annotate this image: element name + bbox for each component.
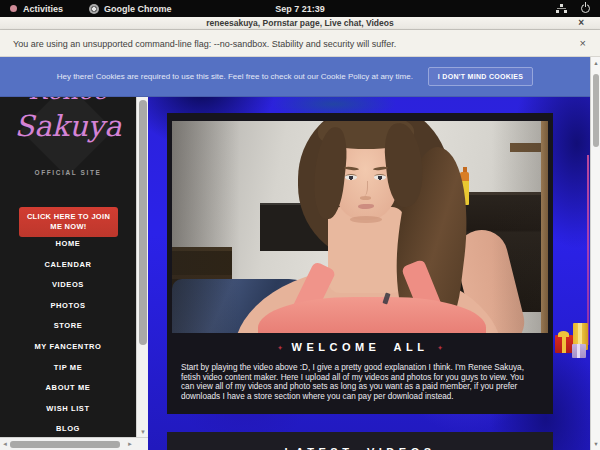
sidebar-item-tip-me[interactable]: TIP ME xyxy=(0,358,136,379)
sidebar-vertical-scrollbar[interactable]: ▼ xyxy=(136,57,148,437)
latest-videos-heading: ✦ LATEST VIDEOS ✦ xyxy=(167,446,553,450)
sidebar-item-calendar[interactable]: CALENDAR xyxy=(0,255,136,276)
welcome-heading: ✦ WELCOME ALL ✦ xyxy=(167,341,553,353)
gift-box-purple xyxy=(572,344,586,358)
sidebar-vscroll-thumb[interactable] xyxy=(139,100,147,345)
heading-dot-icon: ✦ xyxy=(277,344,282,351)
sidebar: Renee Sakuya OFFICIAL SITE CLICK HERE TO… xyxy=(0,57,136,437)
decorative-line xyxy=(587,155,589,345)
logo-line2: Sakuya xyxy=(0,111,136,141)
infobar-close-icon[interactable]: × xyxy=(580,37,586,49)
page-viewport: Renee Sakuya OFFICIAL SITE CLICK HERE TO… xyxy=(0,57,600,450)
sidebar-item-videos[interactable]: VIDEOS xyxy=(0,275,136,296)
chrome-infobar: You are using an unsupported command-lin… xyxy=(0,30,600,57)
sidebar-item-home[interactable]: HOME xyxy=(0,234,136,255)
power-icon[interactable] xyxy=(581,4,590,13)
sidebar-hscroll-thumb[interactable] xyxy=(10,441,120,448)
scroll-down-icon[interactable]: ▼ xyxy=(591,441,600,447)
sidebar-hscroll-left-icon[interactable]: ◄ xyxy=(2,441,8,447)
window-close-icon[interactable]: × xyxy=(578,17,584,29)
sidebar-menu: HOME CALENDAR VIDEOS PHOTOS STORE MY FAN… xyxy=(0,234,136,437)
scene-vignette xyxy=(172,121,548,333)
clock[interactable]: Sep 7 21:39 xyxy=(0,4,600,14)
window-title-bar: reneesakuya, Pornstar page, Live chat, V… xyxy=(0,17,600,30)
cookie-banner: Hey there! Cookies are required to use t… xyxy=(0,57,590,97)
window-scrollbar[interactable]: ▲ ▼ xyxy=(590,57,600,450)
sidebar-item-my-fancentro[interactable]: MY FANCENTRO xyxy=(0,337,136,358)
latest-videos-panel: ✦ LATEST VIDEOS ✦ xyxy=(167,432,553,450)
system-top-bar: Activities Google Chrome Sep 7 21:39 xyxy=(0,0,600,17)
sidebar-vscroll-down-icon[interactable]: ▼ xyxy=(137,429,149,435)
sidebar-hscroll-right-icon[interactable]: ► xyxy=(127,441,133,447)
sidebar-item-wish-list[interactable]: WISH LIST xyxy=(0,399,136,420)
welcome-paragraph: Start by playing the video above :D, I g… xyxy=(181,363,539,402)
window-scroll-thumb[interactable] xyxy=(593,74,599,147)
network-icon[interactable] xyxy=(556,4,567,14)
sidebar-item-blog[interactable]: BLOG xyxy=(0,419,136,437)
desktop: Activities Google Chrome Sep 7 21:39 ren… xyxy=(0,0,600,450)
gifts-icon[interactable] xyxy=(554,322,594,364)
latest-videos-heading-text: LATEST VIDEOS xyxy=(284,446,435,450)
join-button[interactable]: CLICK HERE TO JOIN ME NOW! xyxy=(19,207,118,237)
video-player[interactable] xyxy=(172,121,548,333)
main-panel: ✦ WELCOME ALL ✦ Start by playing the vid… xyxy=(167,113,553,414)
official-site-label: OFFICIAL SITE xyxy=(0,169,136,176)
sidebar-item-photos[interactable]: PHOTOS xyxy=(0,296,136,317)
heading-dot-icon: ✦ xyxy=(437,344,442,351)
sidebar-item-about-me[interactable]: ABOUT ME xyxy=(0,378,136,399)
infobar-message: You are using an unsupported command-lin… xyxy=(13,39,396,49)
sidebar-horizontal-scrollbar[interactable]: ◄ ► xyxy=(0,437,148,450)
sidebar-item-store[interactable]: STORE xyxy=(0,316,136,337)
cookie-message: Hey there! Cookies are required to use t… xyxy=(57,72,413,81)
cookie-accept-button[interactable]: I DON'T MIND COOKIES xyxy=(428,67,533,86)
window-title: reneesakuya, Pornstar page, Live chat, V… xyxy=(0,17,600,30)
scroll-up-icon[interactable]: ▲ xyxy=(591,60,600,66)
welcome-heading-text: WELCOME ALL xyxy=(292,341,429,353)
gift-box-red xyxy=(555,335,573,353)
